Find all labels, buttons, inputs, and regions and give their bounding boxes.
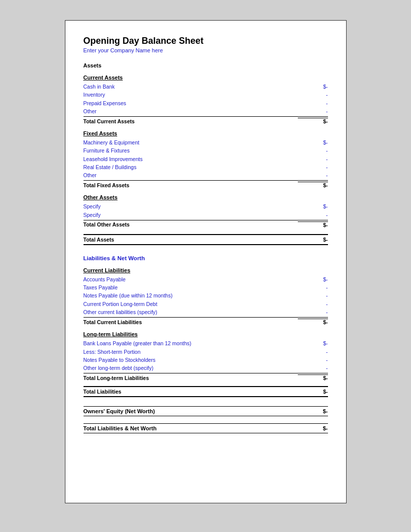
- other-lt-debt-row: Other long-term debt (specify) -: [84, 364, 328, 372]
- current-portion-lt-debt-value: -: [298, 300, 328, 308]
- owners-equity-value: $-: [298, 408, 328, 414]
- furniture-row: Furniture & Fixtures -: [84, 146, 328, 155]
- total-liab-networth-row: Total Liabilities & Net Worth $-: [84, 423, 328, 433]
- other-current-liab-row: Other current liabilities (specify) -: [84, 308, 328, 316]
- specify1-value: $-: [298, 202, 328, 210]
- total-liab-networth-label: Total Liabilities & Net Worth: [84, 425, 157, 431]
- inventory-label: Inventory: [84, 91, 105, 99]
- inventory-value: -: [298, 91, 328, 99]
- notes-payable-stockholders-row: Notes Payable to Stockholders -: [84, 356, 328, 364]
- owners-equity-row: Owners' Equity (Net Worth) $-: [84, 406, 328, 416]
- specify1-label: Specify: [84, 202, 101, 210]
- total-liab-networth-value: $-: [298, 425, 328, 431]
- total-current-assets-row: Total Current Assets $-: [84, 116, 328, 124]
- furniture-value: -: [298, 146, 328, 155]
- cash-in-bank-label: Cash in Bank: [84, 83, 115, 91]
- balance-sheet-page: Opening Day Balance Sheet Enter your Com…: [65, 20, 347, 503]
- total-assets-label: Total Assets: [84, 237, 114, 243]
- page-title: Opening Day Balance Sheet: [84, 36, 328, 46]
- longterm-liabilities-header: Long-term Liabilities: [84, 331, 328, 337]
- other-lt-debt-label: Other long-term debt (specify): [84, 364, 153, 372]
- accounts-payable-value: $-: [298, 275, 328, 283]
- other-lt-debt-value: -: [298, 364, 328, 372]
- total-liabilities-label: Total Liabilities: [84, 389, 122, 395]
- prepaid-expenses-value: -: [298, 99, 328, 107]
- realestate-row: Real Estate / Buildings -: [84, 163, 328, 171]
- less-short-term-label: Less: Short-term Portion: [84, 348, 141, 356]
- realestate-label: Real Estate / Buildings: [84, 163, 137, 171]
- notes-payable-short-label: Notes Payable (due within 12 months): [84, 291, 173, 299]
- accounts-payable-row: Accounts Payable $-: [84, 275, 328, 283]
- other-fixed-row: Other -: [84, 171, 328, 179]
- specify2-label: Specify: [84, 211, 101, 219]
- cash-in-bank-row: Cash in Bank $-: [84, 83, 328, 91]
- total-current-assets-value: $-: [298, 118, 328, 124]
- prepaid-expenses-label: Prepaid Expenses: [84, 99, 126, 107]
- total-current-liab-label: Total Current Liabilities: [84, 319, 142, 325]
- accounts-payable-label: Accounts Payable: [84, 275, 126, 283]
- other-fixed-value: -: [298, 171, 328, 179]
- specify1-row: Specify $-: [84, 202, 328, 210]
- current-assets-header: Current Assets: [84, 74, 328, 81]
- bank-loans-label: Bank Loans Payable (greater than 12 mont…: [84, 339, 192, 347]
- other-current-liab-value: -: [298, 308, 328, 316]
- total-fixed-assets-value: $-: [298, 182, 328, 188]
- total-lt-liab-label: Total Long-term Liabilities: [84, 375, 149, 381]
- liabilities-header: Liabilities & Net Worth: [84, 255, 328, 261]
- total-lt-liab-value: $-: [298, 374, 328, 381]
- leasehold-row: Leasehold Improvements -: [84, 155, 328, 163]
- notes-payable-short-value: -: [298, 291, 328, 299]
- other-current-row: Other -: [84, 107, 328, 115]
- realestate-value: -: [298, 163, 328, 171]
- total-current-assets-label: Total Current Assets: [84, 118, 135, 124]
- total-other-assets-value: $-: [298, 221, 328, 228]
- less-short-term-value: -: [298, 348, 328, 356]
- other-current-label: Other: [84, 107, 97, 115]
- total-lt-liab-row: Total Long-term Liabilities $-: [84, 373, 328, 381]
- total-liabilities-value: $-: [298, 389, 328, 395]
- furniture-label: Furniture & Fixtures: [84, 146, 130, 155]
- bank-loans-row: Bank Loans Payable (greater than 12 mont…: [84, 339, 328, 347]
- other-fixed-label: Other: [84, 171, 97, 179]
- total-assets-row: Total Assets $-: [84, 234, 328, 245]
- current-portion-lt-debt-row: Current Portion Long-term Debt -: [84, 300, 328, 308]
- other-assets-header: Other Assets: [84, 194, 328, 200]
- owners-equity-label: Owners' Equity (Net Worth): [84, 408, 155, 414]
- total-fixed-assets-row: Total Fixed Assets $-: [84, 180, 328, 188]
- bank-loans-value: $-: [298, 339, 328, 347]
- taxes-payable-row: Taxes Payable -: [84, 283, 328, 291]
- notes-payable-stockholders-value: -: [298, 356, 328, 364]
- leasehold-value: -: [298, 155, 328, 163]
- assets-label: Assets: [84, 62, 328, 68]
- cash-in-bank-value: $-: [298, 83, 328, 91]
- specify2-value: -: [298, 211, 328, 219]
- notes-payable-stockholders-label: Notes Payable to Stockholders: [84, 356, 156, 364]
- other-current-liab-label: Other current liabilities (specify): [84, 308, 157, 316]
- current-liabilities-header: Current Liabilities: [84, 267, 328, 273]
- prepaid-expenses-row: Prepaid Expenses -: [84, 99, 328, 107]
- inventory-row: Inventory -: [84, 91, 328, 99]
- fixed-assets-header: Fixed Assets: [84, 130, 328, 136]
- total-fixed-assets-label: Total Fixed Assets: [84, 182, 130, 188]
- specify2-row: Specify -: [84, 211, 328, 219]
- other-current-value: -: [298, 107, 328, 115]
- less-short-term-row: Less: Short-term Portion -: [84, 348, 328, 356]
- machinery-label: Machinery & Equipment: [84, 138, 139, 146]
- machinery-row: Machinery & Equipment $-: [84, 138, 328, 146]
- total-current-liab-row: Total Current Liabilities $-: [84, 317, 328, 325]
- total-liabilities-row: Total Liabilities $-: [84, 386, 328, 397]
- company-name-subtitle: Enter your Company Name here: [84, 47, 328, 53]
- total-other-assets-label: Total Other Assets: [84, 221, 130, 227]
- taxes-payable-label: Taxes Payable: [84, 283, 118, 291]
- taxes-payable-value: -: [298, 283, 328, 291]
- current-portion-lt-debt-label: Current Portion Long-term Debt: [84, 300, 157, 308]
- machinery-value: $-: [298, 138, 328, 146]
- total-current-liab-value: $-: [298, 319, 328, 325]
- total-other-assets-row: Total Other Assets $-: [84, 220, 328, 228]
- leasehold-label: Leasehold Improvements: [84, 155, 143, 163]
- notes-payable-short-row: Notes Payable (due within 12 months) -: [84, 291, 328, 299]
- total-assets-value: $-: [298, 237, 328, 243]
